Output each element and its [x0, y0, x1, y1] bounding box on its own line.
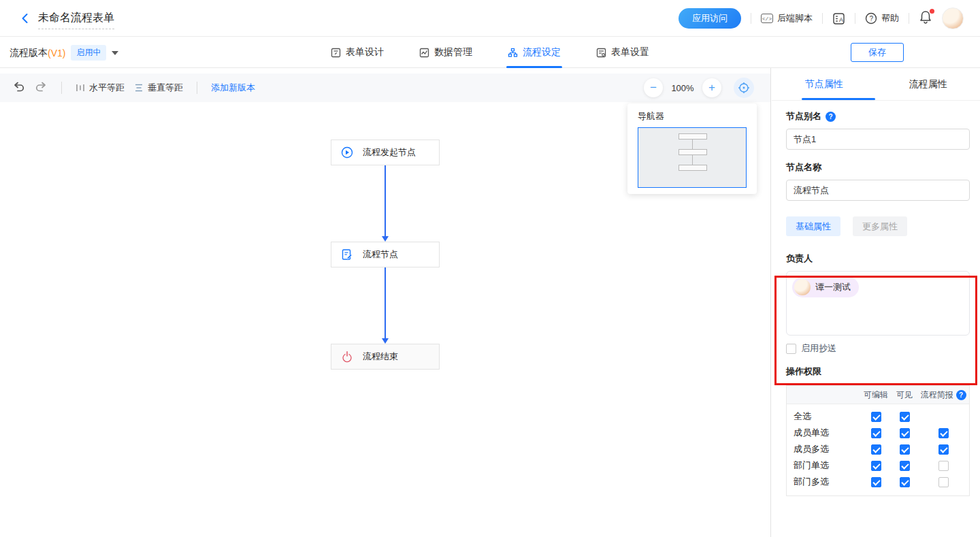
owner-chip[interactable]: 谭一测试: [792, 277, 859, 297]
horizontal-spacing-button[interactable]: 水平等距: [76, 82, 125, 94]
report-checkbox[interactable]: [938, 461, 949, 471]
mini-node: [679, 133, 707, 140]
help-button[interactable]: ? 帮助: [865, 12, 899, 25]
node-start[interactable]: 流程发起节点: [331, 140, 440, 165]
horizontal-spacing-label: 水平等距: [89, 82, 125, 94]
tab-label: 数据管理: [434, 46, 472, 59]
process-setting-icon: [508, 48, 518, 58]
save-button[interactable]: 保存: [851, 43, 904, 62]
navigator-panel: 导航器: [627, 103, 757, 194]
help-label: 帮助: [881, 12, 899, 25]
divider: [197, 82, 197, 94]
vertical-spacing-label: 垂直等距: [148, 82, 183, 94]
navigator-minimap[interactable]: [638, 127, 747, 188]
help-icon: ?: [865, 12, 877, 25]
editable-checkbox[interactable]: [871, 428, 881, 438]
document-edit-icon: [341, 248, 353, 261]
form-design-icon: [331, 48, 341, 58]
node-alias-label: 节点别名: [786, 110, 821, 123]
main-tabs: 表单设计 数据管理 流程设定: [0, 37, 980, 68]
owner-avatar: [794, 279, 811, 295]
editable-checkbox[interactable]: [871, 477, 881, 487]
editable-checkbox[interactable]: [871, 412, 881, 422]
node-alias-input[interactable]: [786, 129, 970, 150]
back-button[interactable]: [16, 10, 34, 27]
tab-form-settings[interactable]: 表单设置: [596, 37, 649, 68]
zoom-level: 100%: [670, 83, 696, 93]
play-circle-icon: [341, 146, 353, 159]
visible-checkbox[interactable]: [900, 412, 910, 422]
property-mode-switch: 基础属性 更多属性: [786, 216, 970, 236]
node-label: 流程节点: [363, 248, 398, 261]
tab-form-design[interactable]: 表单设计: [331, 37, 384, 68]
tab-label: 表单设置: [611, 46, 649, 59]
panel-body: 节点别名 ? 节点名称 基础属性 更多属性 负责人 谭一测试: [772, 101, 980, 496]
undo-icon: [12, 81, 25, 93]
svg-text:?: ?: [869, 15, 873, 22]
enable-cc-label: 启用抄送: [801, 342, 836, 355]
owner-name: 谭一测试: [815, 281, 851, 293]
report-checkbox[interactable]: [938, 428, 949, 438]
more-properties-button[interactable]: 更多属性: [853, 216, 907, 236]
visible-checkbox[interactable]: [900, 477, 910, 487]
node-end[interactable]: 流程结束: [331, 344, 440, 370]
active-tab-underline: [802, 98, 875, 100]
owner-label: 负责人: [786, 253, 813, 265]
divider: [751, 13, 751, 24]
visible-checkbox[interactable]: [900, 428, 910, 438]
undo-button[interactable]: [12, 81, 25, 95]
editable-checkbox[interactable]: [871, 444, 881, 455]
flow-edge: [385, 267, 386, 339]
vertical-spacing-button[interactable]: 垂直等距: [134, 82, 183, 94]
notifications-button[interactable]: [919, 10, 932, 27]
flow-canvas[interactable]: 水平等距 垂直等距 添加新版本 − 100% +: [0, 68, 771, 537]
top-header: 未命名流程表单 应用访问 </> 后端脚本 A: [0, 0, 980, 37]
perm-row-label: 部门单选: [787, 459, 860, 472]
report-checkbox[interactable]: [938, 477, 949, 487]
editable-checkbox[interactable]: [871, 461, 881, 471]
col-visible: 可见: [892, 389, 917, 401]
backend-script-button[interactable]: </> 后端脚本: [761, 12, 813, 25]
zoom-in-button[interactable]: +: [702, 78, 721, 97]
perm-row-member-multi: 成员多选: [787, 441, 969, 457]
add-version-button[interactable]: 添加新版本: [211, 82, 255, 94]
redo-button[interactable]: [35, 81, 48, 95]
app-access-button[interactable]: 应用访问: [679, 8, 741, 29]
tab-label: 表单设计: [346, 46, 384, 59]
properties-panel: 节点属性 流程属性 节点别名 ? 节点名称 基础属性 更多属性 负责人: [772, 68, 980, 537]
redo-icon: [35, 81, 48, 93]
owner-picker[interactable]: 谭一测试: [786, 271, 970, 336]
node-label: 流程结束: [363, 351, 398, 363]
version-tab-bar: 流程版本(V1) 启用中 表单设计 数据管理: [0, 37, 980, 68]
notification-badge: [930, 9, 934, 14]
zoom-out-button[interactable]: −: [644, 78, 663, 97]
divider: [61, 82, 62, 94]
col-report-label: 流程简报: [921, 389, 953, 401]
mini-edge: [692, 140, 693, 149]
navigator-title: 导航器: [638, 110, 747, 123]
language-button[interactable]: A: [832, 12, 845, 25]
mini-edge: [692, 155, 693, 165]
tab-data-management[interactable]: 数据管理: [419, 37, 472, 68]
power-icon: [341, 351, 353, 363]
tab-node-properties[interactable]: 节点属性: [772, 68, 876, 100]
node-name-input[interactable]: [786, 180, 970, 201]
node-alias-label-row: 节点别名 ?: [786, 110, 970, 123]
divider: [909, 13, 909, 24]
node-process[interactable]: 流程节点: [331, 242, 440, 267]
form-settings-icon: [596, 48, 606, 58]
basic-properties-button[interactable]: 基础属性: [786, 216, 840, 236]
perm-row-label: 全选: [787, 410, 860, 423]
help-question-icon[interactable]: ?: [826, 112, 836, 122]
visible-checkbox[interactable]: [900, 461, 910, 471]
visible-checkbox[interactable]: [900, 444, 910, 455]
perm-row-member-single: 成员单选: [787, 425, 969, 441]
user-avatar[interactable]: [942, 7, 964, 29]
tab-process-setting[interactable]: 流程设定: [508, 37, 561, 68]
enable-cc-checkbox[interactable]: [786, 344, 796, 354]
fit-view-button[interactable]: [734, 78, 754, 98]
report-checkbox[interactable]: [938, 444, 949, 455]
report-help-icon[interactable]: ?: [956, 390, 966, 400]
page-title[interactable]: 未命名流程表单: [38, 11, 114, 29]
tab-process-properties[interactable]: 流程属性: [876, 68, 980, 100]
